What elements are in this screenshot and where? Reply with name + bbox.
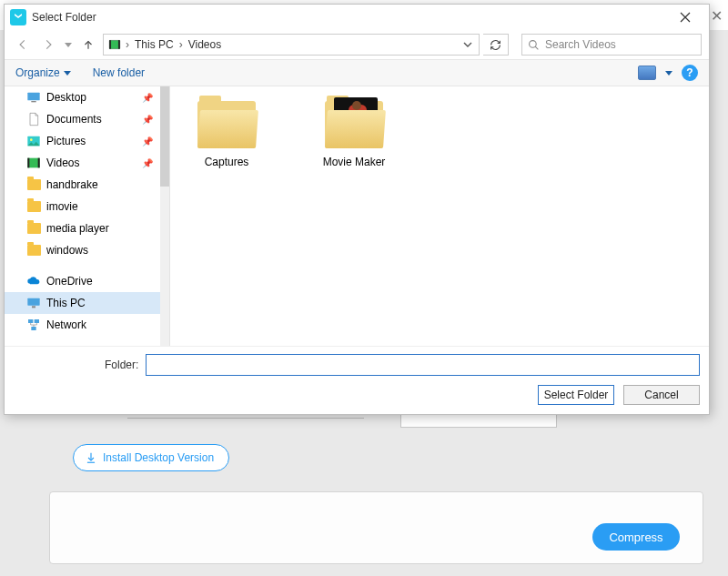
folder-item-captures[interactable]: Captures [181,101,272,168]
svg-rect-4 [27,93,39,101]
breadcrumb-sep: › [126,38,129,51]
thispc-icon [26,296,41,310]
install-desktop-button[interactable]: Install Desktop Version [73,444,229,471]
tree-item-label: Documents [46,113,102,126]
help-button[interactable]: ? [682,65,698,81]
tree-scrollbar[interactable] [160,86,169,346]
background-close-icon[interactable]: ✕ [711,7,723,25]
breadcrumb-sep: › [179,38,183,51]
view-options-button[interactable] [638,66,656,80]
nav-back-button[interactable] [12,34,34,56]
tree-group-this-pc[interactable]: This PC [5,292,169,314]
pin-icon: 📌 [142,93,153,103]
pictures-icon [26,134,41,148]
folder-input[interactable] [146,354,700,376]
chevron-down-icon [65,43,72,47]
download-icon [85,451,97,464]
select-folder-button[interactable]: Select Folder [538,385,614,405]
nav-row: › This PC › Videos [5,30,709,59]
nav-tree: Desktop📌Documents📌Pictures📌Videos📌handbr… [5,86,170,346]
tree-item-label: This PC [46,297,86,309]
dialog-body: Desktop📌Documents📌Pictures📌Videos📌handbr… [5,86,709,346]
tree-item-documents[interactable]: Documents📌 [5,108,169,130]
scrollbar-thumb[interactable] [160,86,169,187]
address-dropdown[interactable] [460,37,475,52]
organize-menu[interactable]: Organize [15,66,71,79]
folder-icon [325,101,383,148]
dialog-title: Select Folder [32,11,96,24]
arrow-left-icon [16,38,29,51]
tree-item-videos[interactable]: Videos📌 [5,152,169,174]
app-logo-icon [10,9,26,25]
tree-group-network[interactable]: Network [5,314,169,336]
pin-icon: 📌 [142,115,153,125]
svg-rect-13 [28,319,33,323]
folder-icon [26,243,41,258]
search-icon [528,39,540,51]
tree-item-label: Network [46,318,86,331]
tree-item-label: imovie [46,200,78,213]
tree-item-label: media player [46,222,109,235]
tree-item-label: handbrake [46,178,98,191]
content-area[interactable]: CapturesMovie Maker [170,86,709,346]
breadcrumb-videos[interactable]: Videos [187,38,223,51]
folder-icon [26,177,41,192]
folder-label: Movie Maker [308,156,399,168]
background-underline [127,418,364,419]
tree-item-handbrake[interactable]: handbrake [5,174,169,196]
tree-item-label: OneDrive [46,275,93,288]
search-box[interactable] [521,34,702,56]
onedrive-icon [26,274,41,288]
svg-rect-15 [31,327,35,330]
svg-rect-11 [27,298,39,306]
nav-history-dropdown[interactable] [63,43,74,47]
folder-icon [197,101,256,148]
breadcrumb-this-pc[interactable]: This PC [133,38,176,51]
tree-item-imovie[interactable]: imovie [5,196,169,217]
svg-rect-12 [32,306,35,308]
toolbar: Organize New folder ? [5,59,709,86]
refresh-button[interactable] [483,34,509,56]
svg-rect-2 [118,40,120,48]
dialog-footer: Folder: Select Folder Cancel [5,346,709,414]
tree-item-media-player[interactable]: media player [5,217,169,239]
folder-icon [26,221,41,236]
search-input[interactable] [545,38,695,51]
tree-item-windows[interactable]: windows [5,239,169,261]
close-button[interactable] [667,5,703,30]
svg-rect-1 [109,40,111,48]
folder-label: Folder: [105,359,138,371]
nav-up-button[interactable] [77,34,99,56]
titlebar: Select Folder [5,5,709,30]
documents-icon [26,112,41,126]
desktop-icon [26,90,41,105]
address-bar[interactable]: › This PC › Videos [103,34,480,56]
svg-rect-9 [27,158,29,168]
arrow-up-icon [82,38,95,51]
compress-button[interactable]: Compress [592,523,680,551]
tree-item-label: Desktop [46,91,86,104]
cancel-button[interactable]: Cancel [623,385,700,405]
tree-item-pictures[interactable]: Pictures📌 [5,130,169,152]
tree-item-label: windows [46,244,88,257]
tree-item-label: Pictures [46,135,86,147]
svg-rect-10 [38,158,40,168]
close-icon [680,12,691,23]
pin-icon: 📌 [142,136,153,147]
tree-group-onedrive[interactable]: OneDrive [5,270,169,292]
view-dropdown[interactable] [665,71,672,76]
svg-rect-5 [31,101,35,102]
chevron-down-icon [463,40,472,49]
refresh-icon [490,39,501,51]
new-folder-button[interactable]: New folder [93,66,145,79]
install-label: Install Desktop Version [103,451,214,464]
arrow-right-icon [42,38,55,51]
folder-item-movie-maker[interactable]: Movie Maker [308,101,399,168]
organize-label: Organize [15,66,60,79]
folder-icon [26,199,41,214]
pin-icon: 📌 [142,158,153,168]
folder-label: Captures [181,156,272,168]
tree-item-desktop[interactable]: Desktop📌 [5,86,169,108]
videos-location-icon [107,37,122,52]
nav-forward-button[interactable] [37,34,59,56]
